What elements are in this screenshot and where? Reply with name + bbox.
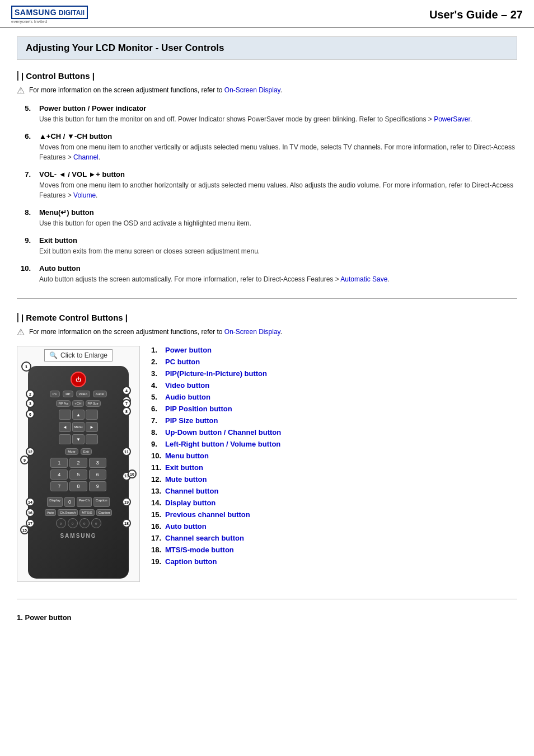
nav-empty-bl	[59, 434, 71, 444]
pip-size-btn[interactable]: PIP Size	[86, 400, 101, 407]
button-item-8: 8. Menu(↵) button Use this button for op…	[17, 208, 517, 228]
button-num-9: 9.	[17, 236, 31, 256]
pip-position-button-link[interactable]: PIP Position button	[165, 405, 232, 413]
section-divider	[17, 298, 517, 299]
num-8[interactable]: 8	[69, 481, 87, 491]
bottom-buttons-row: 14 Display 0 Pre-Ch Caption 19	[34, 497, 123, 507]
volume-link[interactable]: Volume	[73, 191, 96, 199]
menu-button-link[interactable]: Menu button	[165, 452, 209, 460]
section-title: Adjusting Your LCD Monitor - User Contro…	[17, 36, 517, 60]
num-2[interactable]: 2	[69, 458, 87, 468]
leftright-volume-button-link[interactable]: Left-Right button / Volume button	[165, 440, 280, 448]
page-header: SAMSUNG DIGITAll everyone's Invited User…	[0, 0, 534, 28]
pip-button-link[interactable]: PIP(Picture-in-Picture) button	[165, 369, 267, 378]
remote-num-13: 13.	[151, 487, 162, 495]
remote-num-17: 17.	[151, 534, 162, 542]
on-screen-display-link[interactable]: On-Screen Display	[224, 86, 280, 94]
num-4[interactable]: 4	[50, 469, 68, 480]
button-label-5: Power button / Power indicator	[39, 104, 517, 112]
updown-channel-button-link[interactable]: Up-Down button / Channel button	[165, 428, 281, 436]
channel-search-button-link[interactable]: Channel search button	[165, 534, 244, 542]
button-text-5: Use this button for turn the monitor on …	[39, 114, 517, 124]
ch-search-btn[interactable]: Ch.Search	[58, 509, 78, 516]
pc-button-link[interactable]: PC button	[165, 358, 200, 366]
num-3[interactable]: 3	[89, 458, 106, 468]
display-button[interactable]: Display	[47, 497, 63, 507]
nav-menu-center[interactable]: Menu	[72, 422, 85, 432]
note-icon: ⚠	[17, 85, 25, 96]
enlarge-box[interactable]: 🔍 Click to Enlarge 1 ⏻	[17, 346, 140, 582]
mts-btn[interactable]: MTS/S	[79, 509, 94, 516]
nav-up[interactable]: ▲	[72, 410, 85, 420]
previous-channel-button-link[interactable]: Previous channel button	[165, 510, 250, 519]
remote-num-19: 19.	[151, 557, 162, 566]
remote-list-item-9: 9. Left-Right button / Volume button	[151, 440, 517, 448]
caption-button-link[interactable]: Caption button	[165, 557, 217, 566]
num-9[interactable]: 9	[89, 481, 106, 491]
speaker-row: 17 ○ ○ ○ ○ 18	[34, 518, 123, 528]
badge-16: 16	[26, 508, 35, 517]
channel-link[interactable]: Channel	[73, 153, 99, 161]
num-1[interactable]: 1	[50, 458, 68, 468]
pip-size-button-link[interactable]: PIP Size button	[165, 416, 218, 425]
source-row: 2 PC RP Video Audio 4 5	[34, 391, 123, 397]
remote-list-item-18: 18. MTS/S-mode button	[151, 546, 517, 554]
num-0[interactable]: 0	[64, 497, 75, 507]
nav-down[interactable]: ▼	[72, 434, 85, 444]
button-desc-9: Exit button Exit button exits from the m…	[39, 236, 517, 256]
logo-container: SAMSUNG DIGITAll	[11, 6, 88, 19]
badge-19: 19	[122, 497, 131, 506]
audio-button-link[interactable]: Audio button	[165, 393, 210, 401]
video-button[interactable]: Video	[76, 391, 90, 397]
footer-text: Power button	[25, 613, 71, 622]
button-desc-8: Menu(↵) button Use this button for open …	[39, 208, 517, 228]
prev-ch-button[interactable]: Pre-Ch	[77, 497, 92, 507]
audio-button-remote[interactable]: Audio	[93, 391, 107, 397]
remote-power-row: ⏻	[34, 372, 123, 387]
remote-on-screen-display-link[interactable]: On-Screen Display	[224, 328, 280, 336]
powersaver-link[interactable]: PowerSaver	[434, 115, 470, 123]
mute-button-link[interactable]: Mute button	[165, 475, 207, 483]
remote-num-16: 16.	[151, 522, 162, 530]
caption-btn2[interactable]: Caption	[96, 509, 113, 516]
exit-button-link[interactable]: Exit button	[165, 463, 203, 472]
nav-left[interactable]: ◄	[59, 422, 71, 432]
video-button-link[interactable]: Video button	[165, 381, 209, 389]
remote-num-14: 14.	[151, 499, 162, 507]
num-6[interactable]: 6	[89, 469, 106, 480]
remote-num-9: 9.	[151, 440, 162, 448]
power-button-link[interactable]: Power button	[165, 346, 212, 354]
ch-up-btn[interactable]: +CH	[72, 400, 83, 407]
remote-note-text: For more information on the screen adjus…	[29, 328, 282, 336]
logo-box: SAMSUNG DIGITAll	[11, 6, 88, 19]
display-button-link[interactable]: Display button	[165, 499, 216, 507]
enlarge-link[interactable]: 🔍 Click to Enlarge	[44, 349, 113, 361]
num-7[interactable]: 7	[50, 481, 68, 491]
speaker-4: ○	[91, 518, 101, 528]
page-title-header: User's Guide – 27	[429, 8, 523, 21]
exit-btn-2[interactable]: Exit	[81, 448, 92, 455]
badge-8: 8	[122, 407, 131, 416]
ch-num-button[interactable]: Caption	[93, 497, 110, 507]
power-button[interactable]: ⏻	[71, 372, 86, 387]
pc-button[interactable]: PC	[50, 391, 60, 397]
remote-num-4: 4.	[151, 381, 162, 389]
mute-button[interactable]: Mute	[65, 448, 78, 455]
mts-mode-button-link[interactable]: MTS/S-mode button	[165, 546, 234, 554]
button-desc-10: Auto button Auto button adjusts the scre…	[39, 264, 517, 284]
automatic-save-link[interactable]: Automatic Save	[340, 275, 387, 283]
nav-grid: ▲ ◄ Menu ► ▼	[59, 410, 98, 445]
nav-right[interactable]: ►	[86, 422, 98, 432]
rp-button[interactable]: RP	[63, 391, 73, 397]
remote-num-15: 15.	[151, 510, 162, 519]
tagline: everyone's Invited	[11, 19, 47, 24]
pip-position-button[interactable]: PIP Pos	[56, 400, 71, 407]
button-text-7: Moves from one menu item to another hori…	[39, 180, 517, 200]
num-5[interactable]: 5	[69, 469, 87, 480]
auto-button-link[interactable]: Auto button	[165, 522, 207, 530]
logo-area: SAMSUNG DIGITAll everyone's Invited	[11, 6, 88, 24]
digital-text: DIGITAll	[59, 9, 85, 17]
channel-button-link[interactable]: Channel button	[165, 487, 218, 495]
remote-list-item-19: 19. Caption button	[151, 557, 517, 566]
auto-btn[interactable]: Auto	[45, 509, 56, 516]
